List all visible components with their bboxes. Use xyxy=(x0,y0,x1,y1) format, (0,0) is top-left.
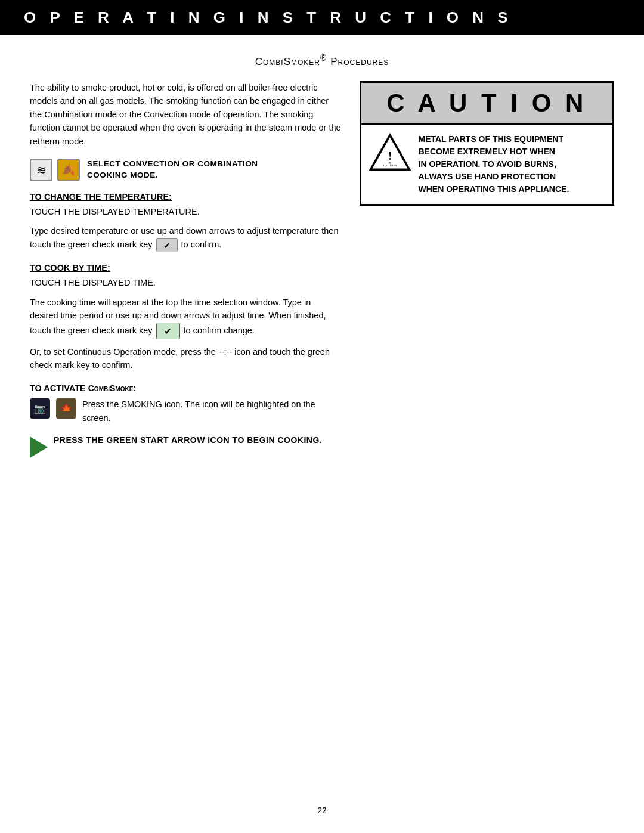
svg-text:≋: ≋ xyxy=(388,160,392,165)
select-text-line2: COOKING MODE. xyxy=(87,170,258,181)
caution-line5: WHEN OPERATING THIS APPLIANCE. xyxy=(419,183,569,196)
adjust-temp-text: Type desired temperature or use up and d… xyxy=(30,224,342,252)
press-smoking-text: Press the SMOKING icon. The icon will be… xyxy=(82,398,342,425)
two-column-layout: The ability to smoke product, hot or col… xyxy=(30,81,614,468)
caution-title: C A U T I O N xyxy=(386,89,587,117)
page-header: O P E R A T I N G I N S T R U C T I O N … xyxy=(0,0,644,35)
touch-temp-text: TOUCH THE DISPLAYED TEMPERATURE. xyxy=(30,205,342,218)
caution-triangle-icon: ! CAUTION HOT SURFACE ≋ xyxy=(369,133,411,174)
mode-select-row: ≋ 🍂 SELECT CONVECTION OR COMBINATION COO… xyxy=(30,159,342,181)
dark-icon-1: 📷 xyxy=(30,398,50,419)
caution-line4: ALWAYS USE HAND PROTECTION xyxy=(419,171,569,183)
intro-paragraph: The ability to smoke product, hot or col… xyxy=(30,81,342,148)
green-arrow-icon xyxy=(30,435,48,458)
caution-title-bar: C A U T I O N xyxy=(361,83,613,125)
continuous-op-text: Or, to set Continuous Operation mode, pr… xyxy=(30,345,342,372)
press-arrow-text: PRESS THE GREEN START ARROW ICON TO BEGI… xyxy=(54,434,322,447)
check-mark-icon-1: ✔ xyxy=(156,238,178,252)
green-arrow-item: PRESS THE GREEN START ARROW ICON TO BEGI… xyxy=(30,434,342,458)
caution-body: ! CAUTION HOT SURFACE ≋ METAL PARTS OF T… xyxy=(361,125,613,204)
page-number: 22 xyxy=(317,806,327,815)
svg-text:HOT SURFACE: HOT SURFACE xyxy=(382,168,398,171)
left-column: The ability to smoke product, hot or col… xyxy=(30,81,342,468)
activate-heading: TO ACTIVATE CombiSmoke: xyxy=(30,383,342,393)
page-title: O P E R A T I N G I N S T R U C T I O N … xyxy=(24,8,620,27)
check-mark-icon-2: ✔ xyxy=(156,323,180,339)
caution-text-block: METAL PARTS OF THIS EQUIPMENT BECOME EXT… xyxy=(419,133,569,196)
smoking-icon-item: 📷 🍁 Press the SMOKING icon. The icon wil… xyxy=(30,398,342,425)
caution-line3: IN OPERATION. TO AVOID BURNS, xyxy=(419,158,569,171)
caution-box: C A U T I O N ! CAUTION HOT SURFACE ≋ xyxy=(360,81,615,206)
touch-time-text: TOUCH THE DISPLAYED TIME. xyxy=(30,276,342,289)
smoke-icon: 🍁 xyxy=(56,398,76,419)
smoker-icon: 🍂 xyxy=(57,159,80,181)
right-column: C A U T I O N ! CAUTION HOT SURFACE ≋ xyxy=(360,81,615,468)
caution-line1: METAL PARTS OF THIS EQUIPMENT xyxy=(419,133,569,145)
select-text-line1: SELECT CONVECTION OR COMBINATION xyxy=(87,159,258,170)
change-temp-heading: TO CHANGE THE TEMPERATURE: xyxy=(30,192,342,202)
cook-by-time-heading: TO COOK BY TIME: xyxy=(30,263,342,272)
registered-mark: ® xyxy=(320,53,327,63)
cooking-time-text: The cooking time will appear at the top … xyxy=(30,296,342,339)
page-content: CombiSmoker® Procedures The ability to s… xyxy=(0,35,644,515)
steam-icon: ≋ xyxy=(30,159,52,181)
section-title-text: CombiSmoker® Procedures xyxy=(255,56,389,67)
section-title: CombiSmoker® Procedures xyxy=(30,53,614,68)
caution-line2: BECOME EXTREMELY HOT WHEN xyxy=(419,145,569,158)
